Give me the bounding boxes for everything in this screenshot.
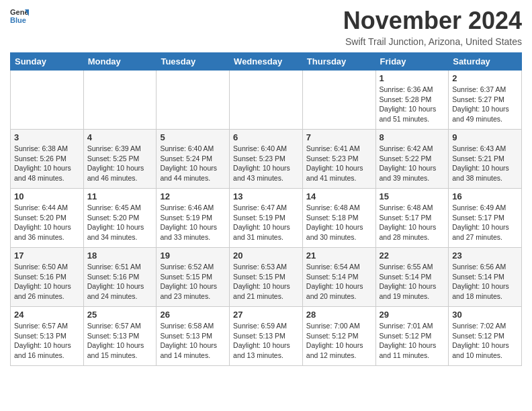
day-info: Sunrise: 6:54 AM Sunset: 5:14 PM Dayligh…: [306, 262, 372, 302]
calendar-cell: [83, 71, 157, 130]
day-info: Sunrise: 6:56 AM Sunset: 5:14 PM Dayligh…: [452, 262, 518, 302]
day-info: Sunrise: 6:44 AM Sunset: 5:20 PM Dayligh…: [14, 203, 80, 242]
day-number: 2: [452, 73, 518, 83]
day-number: 14: [306, 191, 372, 201]
day-number: 10: [14, 191, 80, 201]
week-row-3: 17Sunrise: 6:50 AM Sunset: 5:16 PM Dayli…: [11, 248, 522, 307]
day-info: Sunrise: 6:47 AM Sunset: 5:19 PM Dayligh…: [233, 203, 299, 242]
day-number: 9: [452, 132, 518, 142]
day-info: Sunrise: 6:40 AM Sunset: 5:23 PM Dayligh…: [233, 144, 299, 183]
day-number: 7: [306, 132, 372, 142]
calendar-cell: 26Sunrise: 6:58 AM Sunset: 5:13 PM Dayli…: [157, 307, 230, 366]
col-tuesday: Tuesday: [157, 53, 230, 71]
day-number: 15: [380, 191, 445, 201]
calendar-cell: 8Sunrise: 6:42 AM Sunset: 5:22 PM Daylig…: [375, 130, 449, 189]
day-number: 1: [380, 73, 445, 83]
day-number: 20: [233, 250, 299, 261]
week-row-2: 10Sunrise: 6:44 AM Sunset: 5:20 PM Dayli…: [11, 189, 522, 248]
day-number: 29: [380, 310, 445, 320]
day-info: Sunrise: 6:51 AM Sunset: 5:16 PM Dayligh…: [87, 262, 153, 302]
calendar-cell: 29Sunrise: 7:01 AM Sunset: 5:12 PM Dayli…: [375, 307, 449, 366]
day-info: Sunrise: 6:58 AM Sunset: 5:13 PM Dayligh…: [160, 321, 226, 361]
calendar-cell: 21Sunrise: 6:54 AM Sunset: 5:14 PM Dayli…: [302, 248, 375, 307]
day-number: 5: [160, 132, 226, 142]
day-info: Sunrise: 6:40 AM Sunset: 5:24 PM Dayligh…: [160, 144, 226, 183]
day-info: Sunrise: 7:02 AM Sunset: 5:12 PM Dayligh…: [452, 321, 518, 361]
col-thursday: Thursday: [302, 53, 375, 71]
day-info: Sunrise: 6:52 AM Sunset: 5:15 PM Dayligh…: [160, 262, 226, 302]
day-number: 18: [87, 250, 153, 261]
calendar-cell: 30Sunrise: 7:02 AM Sunset: 5:12 PM Dayli…: [449, 307, 522, 366]
day-info: Sunrise: 6:57 AM Sunset: 5:13 PM Dayligh…: [87, 321, 153, 361]
day-number: 4: [87, 132, 153, 142]
day-info: Sunrise: 6:55 AM Sunset: 5:14 PM Dayligh…: [380, 262, 445, 302]
day-number: 30: [452, 310, 518, 320]
calendar-cell: 24Sunrise: 6:57 AM Sunset: 5:13 PM Dayli…: [11, 307, 84, 366]
week-row-1: 3Sunrise: 6:38 AM Sunset: 5:26 PM Daylig…: [11, 130, 522, 189]
week-row-4: 24Sunrise: 6:57 AM Sunset: 5:13 PM Dayli…: [11, 307, 522, 366]
col-friday: Friday: [375, 53, 449, 71]
day-number: 17: [14, 250, 80, 261]
day-info: Sunrise: 6:36 AM Sunset: 5:28 PM Dayligh…: [380, 85, 445, 124]
calendar-cell: 10Sunrise: 6:44 AM Sunset: 5:20 PM Dayli…: [11, 189, 84, 248]
day-info: Sunrise: 6:48 AM Sunset: 5:18 PM Dayligh…: [306, 203, 372, 242]
calendar-cell: 13Sunrise: 6:47 AM Sunset: 5:19 PM Dayli…: [230, 189, 303, 248]
day-info: Sunrise: 6:41 AM Sunset: 5:23 PM Dayligh…: [306, 144, 372, 183]
logo: General Blue: [10, 7, 29, 26]
calendar-cell: 1Sunrise: 6:36 AM Sunset: 5:28 PM Daylig…: [375, 71, 449, 130]
calendar-cell: 12Sunrise: 6:46 AM Sunset: 5:19 PM Dayli…: [157, 189, 230, 248]
calendar-cell: 5Sunrise: 6:40 AM Sunset: 5:24 PM Daylig…: [157, 130, 230, 189]
calendar-cell: 3Sunrise: 6:38 AM Sunset: 5:26 PM Daylig…: [11, 130, 84, 189]
header: General Blue November 2024 Swift Trail J…: [10, 7, 522, 47]
calendar-cell: 28Sunrise: 7:00 AM Sunset: 5:12 PM Dayli…: [302, 307, 375, 366]
day-info: Sunrise: 6:39 AM Sunset: 5:25 PM Dayligh…: [87, 144, 153, 183]
calendar-cell: 25Sunrise: 6:57 AM Sunset: 5:13 PM Dayli…: [83, 307, 157, 366]
calendar-cell: 2Sunrise: 6:37 AM Sunset: 5:27 PM Daylig…: [449, 71, 522, 130]
calendar-cell: 11Sunrise: 6:45 AM Sunset: 5:20 PM Dayli…: [83, 189, 157, 248]
calendar-cell: [302, 71, 375, 130]
day-info: Sunrise: 6:49 AM Sunset: 5:17 PM Dayligh…: [452, 203, 518, 242]
day-number: 26: [160, 310, 226, 320]
day-number: 3: [14, 132, 80, 142]
calendar-cell: 20Sunrise: 6:53 AM Sunset: 5:15 PM Dayli…: [230, 248, 303, 307]
day-info: Sunrise: 6:48 AM Sunset: 5:17 PM Dayligh…: [380, 203, 445, 242]
svg-text:Blue: Blue: [10, 16, 26, 24]
day-number: 22: [380, 250, 445, 261]
day-number: 11: [87, 191, 153, 201]
day-number: 24: [14, 310, 80, 320]
day-info: Sunrise: 6:59 AM Sunset: 5:13 PM Dayligh…: [233, 321, 299, 361]
day-info: Sunrise: 7:00 AM Sunset: 5:12 PM Dayligh…: [306, 321, 372, 361]
calendar-cell: 7Sunrise: 6:41 AM Sunset: 5:23 PM Daylig…: [302, 130, 375, 189]
calendar-cell: 15Sunrise: 6:48 AM Sunset: 5:17 PM Dayli…: [375, 189, 449, 248]
day-info: Sunrise: 6:46 AM Sunset: 5:19 PM Dayligh…: [160, 203, 226, 242]
calendar-cell: 6Sunrise: 6:40 AM Sunset: 5:23 PM Daylig…: [230, 130, 303, 189]
day-number: 12: [160, 191, 226, 201]
calendar-cell: [230, 71, 303, 130]
day-number: 28: [306, 310, 372, 320]
calendar-cell: 17Sunrise: 6:50 AM Sunset: 5:16 PM Dayli…: [11, 248, 84, 307]
day-info: Sunrise: 6:53 AM Sunset: 5:15 PM Dayligh…: [233, 262, 299, 302]
calendar-cell: [157, 71, 230, 130]
col-saturday: Saturday: [449, 53, 522, 71]
month-title: November 2024: [343, 7, 522, 35]
calendar-cell: 22Sunrise: 6:55 AM Sunset: 5:14 PM Dayli…: [375, 248, 449, 307]
calendar-cell: [11, 71, 84, 130]
calendar-header-row: Sunday Monday Tuesday Wednesday Thursday…: [11, 53, 522, 71]
day-info: Sunrise: 6:50 AM Sunset: 5:16 PM Dayligh…: [14, 262, 80, 302]
day-info: Sunrise: 6:57 AM Sunset: 5:13 PM Dayligh…: [14, 321, 80, 361]
location: Swift Trail Junction, Arizona, United St…: [343, 36, 522, 47]
title-area: November 2024 Swift Trail Junction, Ariz…: [343, 7, 522, 47]
day-number: 19: [160, 250, 226, 261]
col-sunday: Sunday: [11, 53, 84, 71]
calendar-cell: 18Sunrise: 6:51 AM Sunset: 5:16 PM Dayli…: [83, 248, 157, 307]
day-number: 16: [452, 191, 518, 201]
day-info: Sunrise: 6:45 AM Sunset: 5:20 PM Dayligh…: [87, 203, 153, 242]
day-info: Sunrise: 6:37 AM Sunset: 5:27 PM Dayligh…: [452, 85, 518, 124]
calendar: Sunday Monday Tuesday Wednesday Thursday…: [10, 52, 522, 366]
day-number: 27: [233, 310, 299, 320]
day-number: 25: [87, 310, 153, 320]
svg-text:General: General: [10, 8, 29, 16]
day-info: Sunrise: 6:43 AM Sunset: 5:21 PM Dayligh…: [452, 144, 518, 183]
calendar-cell: 23Sunrise: 6:56 AM Sunset: 5:14 PM Dayli…: [449, 248, 522, 307]
page: General Blue November 2024 Swift Trail J…: [0, 0, 532, 373]
